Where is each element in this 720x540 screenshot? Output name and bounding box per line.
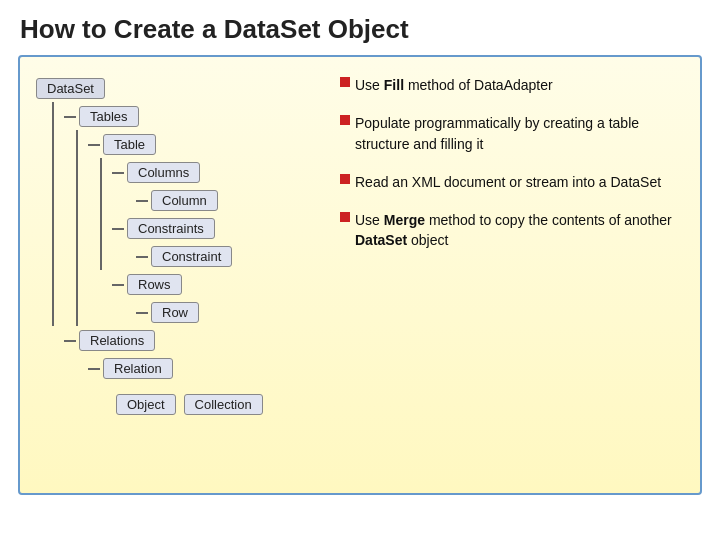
dataset-label: DataSet <box>36 78 105 99</box>
bullet-populate-text: Populate programmatically by creating a … <box>355 113 680 154</box>
columns-label: Columns <box>127 162 200 183</box>
bullet-merge-text: Use Merge method to copy the contents of… <box>355 210 680 251</box>
bullet-merge: Use Merge method to copy the contents of… <box>340 210 680 251</box>
relations-node: Relations <box>64 330 320 351</box>
bullet-icon-populate <box>340 115 350 125</box>
bullet-populate: Populate programmatically by creating a … <box>340 113 680 154</box>
bullet-xml: Read an XML document or stream into a Da… <box>340 172 680 192</box>
rows-label: Rows <box>127 274 182 295</box>
constraint-label: Constraint <box>151 246 232 267</box>
left-panel: DataSet Tables T <box>20 57 330 493</box>
right-panel: Use Fill method of DataAdapter Populate … <box>330 57 700 493</box>
constraint-node: Constraint <box>136 246 320 267</box>
rows-node: Rows <box>112 274 320 295</box>
row-label: Row <box>151 302 199 323</box>
bullet-icon-merge <box>340 212 350 222</box>
dataset-node: DataSet <box>36 78 320 99</box>
tables-label: Tables <box>79 106 139 127</box>
page-title: How to Create a DataSet Object <box>0 0 720 55</box>
constraints-label: Constraints <box>127 218 215 239</box>
bullet-xml-text: Read an XML document or stream into a Da… <box>355 172 680 192</box>
tables-node: Tables <box>64 106 320 127</box>
collection-legend: Collection <box>184 394 263 415</box>
column-label: Column <box>151 190 218 211</box>
column-node: Column <box>136 190 320 211</box>
bullet-icon-xml <box>340 174 350 184</box>
columns-node: Columns <box>112 162 320 183</box>
relation-label: Relation <box>103 358 173 379</box>
table-node: Table <box>88 134 320 155</box>
object-legend: Object <box>116 394 176 415</box>
tree-container: DataSet Tables T <box>36 71 320 382</box>
relation-node: Relation <box>88 358 320 379</box>
row-node: Row <box>136 302 320 323</box>
relations-label: Relations <box>79 330 155 351</box>
legend-row: Object Collection <box>116 394 320 415</box>
constraints-node: Constraints <box>112 218 320 239</box>
bullet-icon-fill <box>340 77 350 87</box>
bullet-fill: Use Fill method of DataAdapter <box>340 75 680 95</box>
table-label: Table <box>103 134 156 155</box>
main-content: DataSet Tables T <box>18 55 702 495</box>
bullet-fill-text: Use Fill method of DataAdapter <box>355 75 680 95</box>
